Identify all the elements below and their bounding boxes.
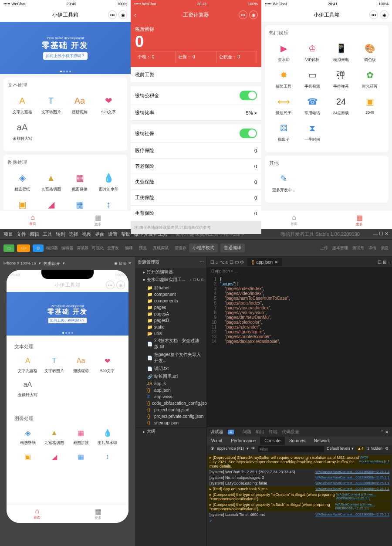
- toolbar-action[interactable]: 详情: [368, 245, 376, 251]
- menu-button[interactable]: •••: [108, 10, 117, 19]
- grid-item[interactable]: aA金额转大写: [8, 120, 37, 142]
- compile-select[interactable]: 普通编译: [220, 244, 245, 252]
- tree-item[interactable]: 📂utils: [135, 330, 206, 337]
- grid-item[interactable]: ✿时光荏苒: [355, 68, 384, 89]
- grid-item[interactable]: ❤520文字: [94, 94, 123, 115]
- toolbar-action[interactable]: 编译: [125, 245, 133, 251]
- tree-item[interactable]: 📁pages: [135, 304, 206, 311]
- tree-item[interactable]: 📁component: [135, 291, 206, 298]
- mode-select[interactable]: 小程序模式: [189, 244, 218, 252]
- grid-item[interactable]: A文字九宫格: [8, 94, 37, 115]
- menu-item[interactable]: 设置: [108, 231, 118, 237]
- toolbar-label[interactable]: 模拟器: [46, 245, 58, 251]
- grid-item[interactable]: aA金额转大写: [14, 379, 41, 398]
- menu-item[interactable]: 编辑: [30, 231, 39, 237]
- menu-item[interactable]: 帮助: [121, 231, 131, 237]
- switch[interactable]: [240, 129, 257, 138]
- debugger-tab[interactable]: Wxml: [207, 437, 226, 445]
- grid-item[interactable]: ✸抽奖工具: [269, 68, 298, 89]
- grid-item[interactable]: A文字九宫格: [14, 355, 41, 374]
- grid-item[interactable]: ▲九宫格切图: [37, 171, 65, 192]
- editor-tab[interactable]: {}app.json✕: [247, 258, 283, 266]
- close-button[interactable]: ◉: [380, 10, 389, 19]
- tree-item[interactable]: 📁pagesA: [135, 311, 206, 317]
- grid-item[interactable]: ☎常用电话: [298, 95, 327, 116]
- grid-item[interactable]: ↕: [94, 451, 121, 464]
- banner[interactable]: ·Zero basic development· 零基础 开发 如何上线小程序源…: [0, 22, 131, 74]
- toolbar-action[interactable]: 真机调试: [153, 245, 169, 251]
- toolbar-label[interactable]: 可视化: [92, 245, 104, 251]
- grid-item[interactable]: ▦截图拼接: [65, 171, 94, 192]
- grid-item[interactable]: 📱模拟来电: [327, 41, 355, 63]
- menu-button[interactable]: •••: [369, 10, 378, 19]
- grid-item[interactable]: 🎨调色板: [355, 41, 384, 63]
- grid-item[interactable]: Aa翅膀昵称: [68, 355, 94, 374]
- tree-item[interactable]: 📁static: [135, 324, 206, 330]
- close-button[interactable]: ◉: [118, 10, 127, 19]
- tree-item[interactable]: 📄把pages整个文件夹导入开发...: [135, 351, 206, 365]
- tab-more[interactable]: ▦更多: [327, 210, 392, 229]
- tree-item[interactable]: JSapp.js: [135, 380, 206, 387]
- editor-button[interactable]: </>: [17, 244, 30, 252]
- debugger-tab[interactable]: Console: [260, 437, 285, 445]
- toolbar-action[interactable]: 测试号: [352, 245, 364, 251]
- list-item[interactable]: 失业保险0: [131, 174, 261, 190]
- grid-item[interactable]: ▲九宫格切图: [41, 427, 68, 446]
- toolbar-action[interactable]: 清缓存: [175, 245, 186, 251]
- grid-item[interactable]: ▦: [68, 451, 94, 464]
- tree-item[interactable]: 📄说明.txt: [135, 365, 206, 373]
- tree-item[interactable]: {}project.config.json: [135, 407, 206, 413]
- grid-item[interactable]: ◈精选壁纸: [8, 171, 37, 192]
- debugger-top-tab[interactable]: 输出: [256, 429, 264, 434]
- tree-item[interactable]: #app.wxss: [135, 393, 206, 400]
- debugger-top-tab[interactable]: 终端: [269, 429, 277, 434]
- grid-item[interactable]: 💧图片加水印: [94, 427, 121, 446]
- debugger-button[interactable]: ⚙: [33, 244, 44, 252]
- grid-item[interactable]: ✎更多开发中...: [269, 172, 298, 193]
- breadcrumb[interactable]: {} app.json > ...: [207, 267, 392, 275]
- toolbar-action[interactable]: 上传: [320, 245, 328, 251]
- menu-item[interactable]: 项目: [3, 231, 13, 237]
- tab-home[interactable]: ⌂首页: [261, 210, 327, 229]
- console-prompt[interactable]: >: [208, 518, 391, 524]
- debugger-tab[interactable]: Performance: [226, 437, 260, 445]
- tree-item[interactable]: {}app.json: [135, 387, 206, 393]
- grid-item[interactable]: ▶去水印: [269, 41, 298, 63]
- grid-item[interactable]: T文字转图片: [41, 355, 68, 374]
- grid-item[interactable]: ▣: [14, 451, 41, 464]
- grid-item[interactable]: ⟷微信尺子: [269, 95, 298, 116]
- grid-item[interactable]: ▣2048: [355, 95, 384, 116]
- grid-item[interactable]: 💧图片加水印: [94, 171, 123, 192]
- code-editor[interactable]: 1{2"pages": [3 "pages/index/index",4 "pa…: [207, 275, 392, 427]
- toolbar-label[interactable]: 云开发: [107, 245, 119, 251]
- debugger-tab[interactable]: Network: [310, 437, 335, 445]
- open-editors[interactable]: ▸ 打开的编辑器: [135, 268, 206, 276]
- toolbar-action[interactable]: 预览: [139, 245, 147, 251]
- list-item[interactable]: 养老保险0: [131, 159, 261, 174]
- grid-item[interactable]: ⚄掷骰子: [269, 121, 298, 142]
- tree-item[interactable]: {}sitemap.json: [135, 420, 206, 426]
- toolbar-label[interactable]: 调试器: [77, 245, 88, 251]
- toolbar-label[interactable]: 编辑器: [61, 245, 73, 251]
- menu-item[interactable]: 界面: [95, 231, 105, 237]
- menu-item[interactable]: 文件: [17, 231, 26, 237]
- menu-button[interactable]: •••: [239, 10, 247, 19]
- tree-item[interactable]: 📁@babel: [135, 285, 206, 291]
- filter-input[interactable]: [258, 446, 324, 452]
- list-item[interactable]: 医疗保险0: [131, 143, 261, 159]
- tab-home[interactable]: ⌂首页: [0, 210, 65, 229]
- list-item[interactable]: 缴纳比率5% >: [131, 105, 261, 121]
- list-item[interactable]: 税前工资: [131, 67, 261, 83]
- menu-item[interactable]: 视图: [82, 231, 91, 237]
- grid-item[interactable]: ◢: [41, 451, 68, 464]
- tree-item[interactable]: 📁pagesB: [135, 317, 206, 324]
- menu-item[interactable]: 选择: [69, 231, 78, 237]
- list-item[interactable]: 缴纳社保: [131, 124, 261, 143]
- debugger-top-tab[interactable]: 问题: [243, 429, 251, 434]
- back-button[interactable]: ‹: [134, 11, 136, 18]
- project-root[interactable]: ▾ 去水印趣味实用工... + ☐ ↻ ⊟: [135, 276, 206, 284]
- debugger-top-tab[interactable]: 代码质量: [282, 429, 299, 434]
- list-item[interactable]: 缴纳公积金: [131, 86, 261, 105]
- grid-item[interactable]: ♔VIP解析: [298, 41, 327, 63]
- grid-item[interactable]: ❤520文字: [94, 355, 121, 374]
